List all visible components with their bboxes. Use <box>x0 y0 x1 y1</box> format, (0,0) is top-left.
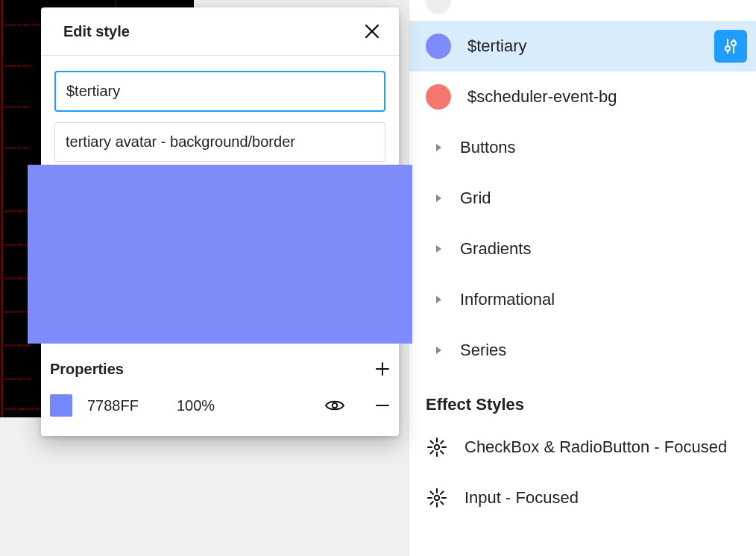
add-property-button[interactable] <box>372 358 393 379</box>
group-row-grid[interactable]: Grid <box>409 173 756 224</box>
group-row-buttons[interactable]: Buttons <box>409 122 756 173</box>
edit-style-panel: Edit style Properties 77 <box>41 7 399 436</box>
style-label: $tertiary <box>467 37 698 56</box>
svg-line-15 <box>441 451 444 454</box>
group-label: Gradients <box>460 239 531 259</box>
close-button[interactable] <box>362 21 382 42</box>
panel-title: Edit style <box>63 23 130 40</box>
svg-point-18 <box>435 496 439 500</box>
svg-marker-5 <box>436 195 441 202</box>
style-row-cut <box>409 0 756 21</box>
svg-line-14 <box>431 441 434 444</box>
svg-point-2 <box>725 46 730 51</box>
group-row-informational[interactable]: Informational <box>409 274 756 325</box>
style-description-input[interactable] <box>54 122 385 162</box>
remove-property-button[interactable] <box>372 395 393 416</box>
sun-icon <box>424 435 450 460</box>
panel-header: Edit style <box>41 7 399 56</box>
color-swatch <box>426 84 451 110</box>
style-name-input[interactable] <box>54 71 385 112</box>
chevron-right-icon <box>433 295 444 304</box>
property-swatch[interactable] <box>50 394 72 417</box>
group-label: Grid <box>460 189 491 208</box>
effect-styles-header: Effect Styles <box>409 376 756 422</box>
style-label: $scheduler-event-bg <box>467 87 747 107</box>
svg-line-23 <box>431 492 434 495</box>
eye-icon <box>325 399 344 412</box>
svg-marker-6 <box>436 245 441 253</box>
svg-marker-8 <box>436 347 441 354</box>
svg-marker-4 <box>436 144 441 151</box>
styles-sidebar: $tertiary $scheduler-event-bg Buttons Gr… <box>409 0 756 556</box>
svg-line-17 <box>431 451 434 454</box>
chevron-right-icon <box>433 194 444 203</box>
svg-marker-7 <box>436 296 441 303</box>
svg-line-26 <box>431 502 434 505</box>
properties-heading: Properties <box>50 361 124 378</box>
style-label <box>467 0 472 11</box>
color-swatch <box>426 0 451 14</box>
toggle-visibility-button[interactable] <box>324 395 345 416</box>
group-label: Buttons <box>460 138 516 157</box>
sliders-icon <box>722 37 740 55</box>
style-row-scheduler-event-bg[interactable]: $scheduler-event-bg <box>409 72 756 122</box>
style-row-tertiary[interactable]: $tertiary <box>409 21 756 72</box>
effect-label: CheckBox & RadioButton - Focused <box>464 437 727 457</box>
chevron-right-icon <box>433 143 444 152</box>
group-row-gradients[interactable]: Gradients <box>409 224 756 274</box>
chevron-right-icon <box>433 346 444 355</box>
svg-point-31 <box>333 403 337 408</box>
effect-row-input-focused[interactable]: Input - Focused <box>409 473 756 523</box>
effect-label: Input - Focused <box>464 488 579 508</box>
minus-icon <box>375 398 390 413</box>
svg-line-25 <box>441 492 444 495</box>
chevron-right-icon <box>433 244 444 253</box>
property-hex[interactable]: 7788FF <box>87 397 162 414</box>
property-opacity[interactable]: 100% <box>177 397 236 414</box>
close-icon <box>364 23 380 40</box>
svg-point-9 <box>435 445 439 449</box>
color-preview <box>28 165 412 344</box>
sun-icon <box>424 485 450 511</box>
svg-point-3 <box>731 41 736 45</box>
group-label: Informational <box>460 290 555 309</box>
adjust-style-button[interactable] <box>714 30 747 63</box>
plus-icon <box>374 361 391 377</box>
color-swatch <box>426 34 451 59</box>
svg-line-16 <box>441 441 444 444</box>
svg-line-24 <box>441 502 444 505</box>
group-label: Series <box>460 341 506 360</box>
effect-row-checkbox-radio-focused[interactable]: CheckBox & RadioButton - Focused <box>409 422 756 473</box>
property-row[interactable]: 7788FF 100% <box>41 388 399 436</box>
group-row-series[interactable]: Series <box>409 325 756 376</box>
